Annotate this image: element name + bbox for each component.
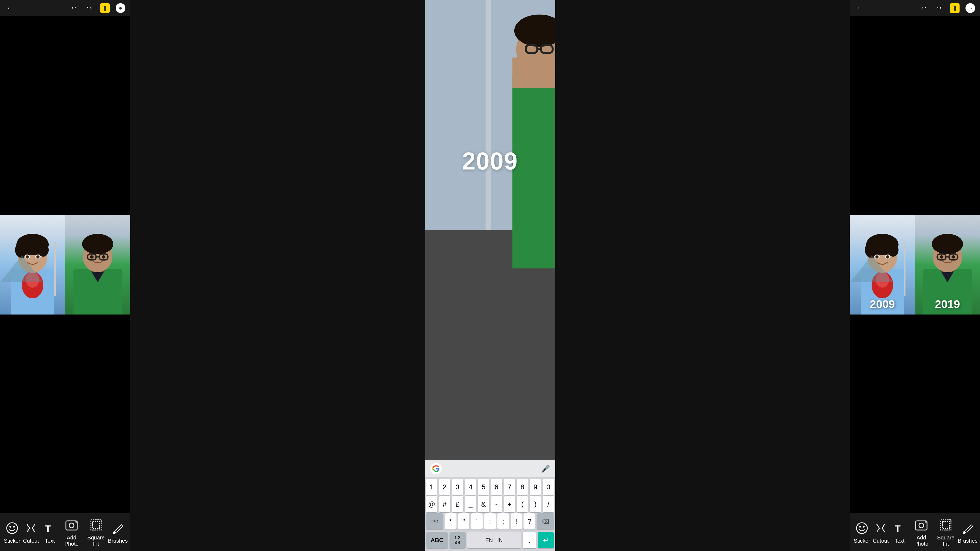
left-photo-grid (0, 215, 130, 315)
svg-point-26 (13, 526, 15, 527)
mic-icon[interactable]: 🎤 (541, 465, 550, 473)
right-top-bar: ← ↩ ↪ ▮ → (850, 0, 980, 16)
key-exclaim[interactable]: ! (511, 513, 522, 529)
svg-point-72 (856, 523, 867, 533)
key-enter[interactable]: ↵ (538, 532, 554, 548)
right-toolbar-brushes[interactable]: Brushes (958, 521, 977, 544)
right-highlight-button[interactable]: ▮ (950, 3, 959, 13)
svg-point-22 (90, 255, 94, 258)
left-toolbar-brushes[interactable]: Brushes (108, 521, 127, 544)
key-space[interactable]: EN · IN (467, 532, 521, 548)
right-undo-button[interactable]: ↩ (919, 3, 928, 13)
key-4[interactable]: 4 (465, 479, 476, 495)
left-back-button[interactable]: ← (5, 3, 14, 13)
key-doublequote[interactable]: " (458, 513, 470, 529)
key-equals-backslash[interactable]: =\< (426, 513, 443, 529)
svg-rect-13 (54, 242, 56, 296)
svg-point-18 (82, 234, 113, 254)
right-back-button[interactable]: ← (854, 3, 864, 13)
svg-point-11 (36, 255, 40, 258)
left-toolbar-text[interactable]: T Text (40, 521, 59, 544)
svg-point-74 (863, 526, 865, 527)
left-circle-button[interactable]: ● (116, 3, 126, 13)
right-cutout-icon (873, 521, 888, 536)
key-colon[interactable]: : (484, 513, 496, 529)
key-8[interactable]: 8 (517, 479, 528, 495)
square-fit-icon (89, 518, 103, 532)
key-plus[interactable]: + (504, 496, 515, 512)
key-backspace[interactable] (537, 513, 554, 529)
key-1[interactable]: 1 (426, 479, 437, 495)
key-period[interactable]: . (523, 532, 536, 548)
cutout-icon (24, 521, 38, 536)
key-asterisk[interactable]: * (445, 513, 457, 529)
right-toolbar-square-fit[interactable]: Square Fit (934, 518, 958, 547)
key-ampersand[interactable]: & (478, 496, 489, 512)
center-photo-background: 2009 (425, 0, 555, 460)
right-cutout-label: Cutout (873, 538, 889, 544)
left-highlight-button[interactable]: ▮ (100, 3, 110, 13)
key-7[interactable]: 7 (504, 479, 515, 495)
key-hash[interactable]: # (439, 496, 450, 512)
key-num-special[interactable]: 1 2 3 4 (450, 532, 466, 548)
left-toolbar-cutout[interactable]: Cutout (22, 521, 40, 544)
svg-point-24 (7, 523, 18, 533)
left-top-bar: ← ↩ ↪ ▮ ● (0, 0, 130, 16)
left-photo-cell-person1 (0, 215, 65, 315)
gap-center-right (555, 0, 850, 551)
key-minus[interactable]: - (491, 496, 502, 512)
svg-point-70 (940, 255, 943, 258)
right-toolbar-add-photo[interactable]: Add Photo (909, 518, 934, 547)
key-2[interactable]: 2 (439, 479, 450, 495)
right-add-photo-icon (914, 518, 929, 532)
right-top-bar-right-icons: ↩ ↪ ▮ → (919, 3, 975, 13)
key-underscore[interactable]: _ (465, 496, 476, 512)
svg-point-58 (875, 255, 878, 258)
svg-point-23 (102, 255, 105, 258)
key-0[interactable]: 0 (542, 479, 554, 495)
key-close-paren[interactable]: ) (530, 496, 541, 512)
svg-rect-37 (485, 0, 491, 230)
left-toolbar-sticker[interactable]: Sticker (3, 521, 22, 544)
key-3[interactable]: 3 (452, 479, 463, 495)
right-toolbar-text[interactable]: T Text (890, 521, 909, 544)
left-toolbar-square-fit[interactable]: Square Fit (84, 518, 108, 547)
right-square-fit-icon (938, 518, 953, 532)
key-5[interactable]: 5 (478, 479, 489, 495)
svg-point-35 (113, 531, 116, 534)
key-semicolon[interactable]: ; (497, 513, 509, 529)
key-abc[interactable]: ABC (426, 532, 448, 548)
key-9[interactable]: 9 (530, 479, 541, 495)
key-open-paren[interactable]: ( (517, 496, 528, 512)
left-toolbar-add-photo[interactable]: Add Photo (59, 518, 84, 547)
svg-point-25 (10, 526, 11, 527)
key-singlequote[interactable]: ' (471, 513, 483, 529)
sticker-label: Sticker (4, 538, 20, 544)
right-toolbar-sticker[interactable]: Sticker (853, 521, 871, 544)
left-undo-button[interactable]: ↩ (69, 3, 78, 13)
keyboard-bottom-row: ABC 1 2 3 4 EN · IN . ↵ (425, 531, 555, 551)
key-pound[interactable]: £ (452, 496, 463, 512)
keyboard-row-numbers: 1 2 3 4 5 6 7 8 9 0 (426, 479, 554, 495)
key-question[interactable]: ? (523, 513, 535, 529)
right-forward-button[interactable]: → (966, 3, 975, 13)
right-photo-grid: 2009 2019 (850, 215, 980, 315)
svg-point-71 (951, 255, 955, 258)
svg-point-55 (888, 243, 899, 257)
left-bottom-toolbar: Sticker Cutout T Text Add Photo Square F… (0, 513, 130, 551)
left-redo-button[interactable]: ↪ (84, 3, 94, 13)
key-at[interactable]: @ (426, 496, 437, 512)
keyboard-area: 1 2 3 4 5 6 7 8 9 0 @ # £ _ & - + ( (425, 477, 555, 551)
center-year-overlay: 2009 (462, 147, 518, 175)
key-slash[interactable]: / (542, 496, 554, 512)
svg-text:T: T (895, 523, 900, 533)
center-image-area: 2009 (425, 0, 555, 460)
right-redo-button[interactable]: ↪ (934, 3, 944, 13)
left-top-bar-right-icons: ↩ ↪ ▮ ● (69, 3, 126, 13)
right-toolbar-cutout[interactable]: Cutout (871, 521, 890, 544)
right-year-2009: 2009 (870, 298, 895, 311)
key-6[interactable]: 6 (491, 479, 502, 495)
svg-rect-82 (942, 521, 949, 529)
add-photo-label: Add Photo (59, 535, 84, 547)
keyboard-row-symbols1: @ # £ _ & - + ( ) / (426, 496, 554, 512)
